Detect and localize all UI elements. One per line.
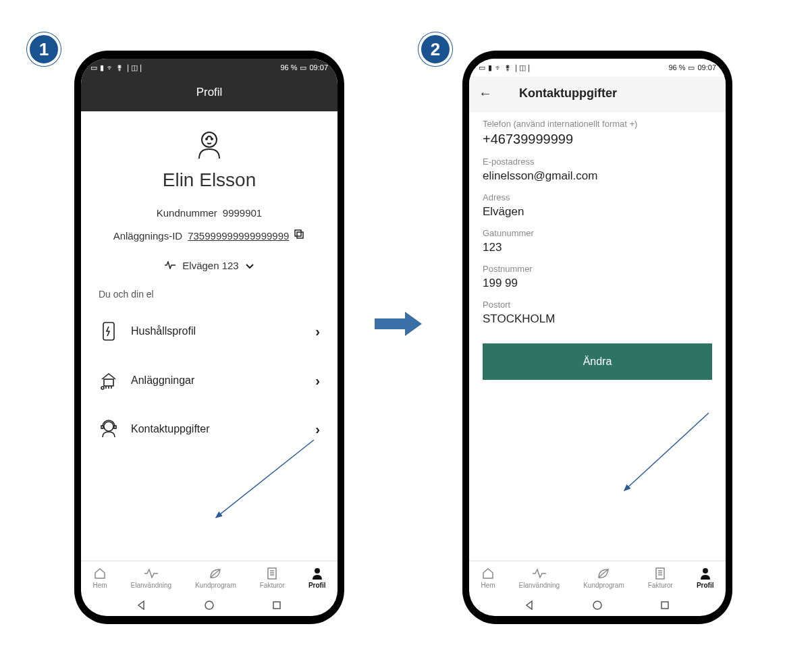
nav-program[interactable]: Kundprogram <box>195 567 236 589</box>
facility-id-value: 735999999999999999 <box>188 230 289 242</box>
svg-rect-5 <box>295 230 301 236</box>
receipt-icon <box>655 567 666 580</box>
battery-icon: ▭ <box>300 63 306 72</box>
svg-point-20 <box>593 601 601 609</box>
customer-number-label: Kundnummer <box>157 207 217 219</box>
nav-profile[interactable]: Profil <box>697 567 714 589</box>
menu-label: Kontaktuppgifter <box>131 423 303 435</box>
leaf-icon <box>597 567 610 580</box>
status-bar: ▭ ▮ ᯤ ⚵ ❘◫❘ 96 % ▭ 09:07 <box>81 59 338 76</box>
field-value: +46739999999 <box>483 132 712 147</box>
home-key[interactable] <box>591 598 604 612</box>
page-title: Profil <box>196 86 223 99</box>
step-badge-2: 2 <box>418 32 452 66</box>
svg-rect-21 <box>662 602 668 609</box>
field-label: Adress <box>483 192 712 202</box>
customer-number-row: Kundnummer 9999901 <box>157 207 262 219</box>
battery-percent: 96 % <box>668 63 685 72</box>
svg-point-13 <box>315 568 320 573</box>
wifi-icon: ᯤ <box>495 63 502 72</box>
step-number: 2 <box>431 39 440 60</box>
svg-point-1 <box>202 132 217 147</box>
svg-point-14 <box>205 601 213 609</box>
signal-icon: ▮ <box>488 63 492 72</box>
field-postal: Postnummer 199 99 <box>483 264 712 290</box>
svg-rect-18 <box>656 568 664 579</box>
menu-label: Hushållsprofil <box>131 325 303 337</box>
facility-id-label: Anläggnings-ID <box>113 230 183 242</box>
menu-item-facilities[interactable]: Anläggningar › <box>92 356 327 405</box>
page-title: Kontaktuppgifter <box>519 86 617 101</box>
field-city: Postort STOCKHOLM <box>483 300 712 326</box>
menu-item-contact[interactable]: Kontaktuppgifter › <box>92 405 327 453</box>
recents-key[interactable] <box>658 598 672 612</box>
battery-percent: 96 % <box>280 63 297 72</box>
step-badge-1: 1 <box>27 32 61 66</box>
svg-point-19 <box>703 568 708 573</box>
back-key[interactable] <box>135 598 148 612</box>
field-phone: Telefon (använd internationellt format +… <box>483 119 712 147</box>
menu-item-household[interactable]: Hushållsprofil › <box>92 306 327 356</box>
field-label: Telefon (använd internationellt format +… <box>483 119 712 129</box>
chevron-down-icon <box>246 260 254 271</box>
edit-button[interactable]: Ändra <box>483 343 712 380</box>
nav-label: Fakturor <box>260 582 285 589</box>
bottom-nav: Hem Elanvändning Kundprogram Fakturor Pr… <box>81 561 338 592</box>
clock: 09:07 <box>697 63 716 72</box>
nav-program[interactable]: Kundprogram <box>583 567 624 589</box>
home-icon <box>482 567 494 580</box>
phone-charge-icon <box>99 321 119 341</box>
vibrate-icon: ❘◫❘ <box>513 63 532 72</box>
step-number: 1 <box>39 39 49 60</box>
phone-mockup-1: ▭ ▮ ᯤ ⚵ ❘◫❘ 96 % ▭ 09:07 Profil <box>74 51 344 624</box>
nav-usage[interactable]: Elanvändning <box>519 567 560 589</box>
nav-label: Kundprogram <box>583 582 624 589</box>
recents-key[interactable] <box>270 598 284 612</box>
nav-label: Hem <box>481 582 495 589</box>
status-bar: ▭ ▮ ᯤ ⚵ ❘◫❘ 96 % ▭ 09:07 <box>469 59 726 76</box>
house-icon <box>99 371 119 390</box>
pulse-icon <box>533 567 546 580</box>
field-value: 199 99 <box>483 277 712 290</box>
svg-rect-7 <box>104 379 113 386</box>
field-streetno: Gatunummer 123 <box>483 228 712 254</box>
button-label: Ändra <box>583 356 612 367</box>
svg-rect-10 <box>101 426 103 428</box>
nav-label: Profil <box>308 582 326 589</box>
nav-home[interactable]: Hem <box>481 567 495 589</box>
address-selector[interactable]: Elvägen 123 <box>165 260 253 271</box>
svg-rect-4 <box>297 232 303 238</box>
flow-arrow-icon <box>375 310 422 337</box>
field-email: E-postadress elinelsson@gmail.com <box>483 157 712 183</box>
vibrate-icon: ❘◫❘ <box>125 63 144 72</box>
home-icon <box>94 567 106 580</box>
person-icon <box>700 567 711 580</box>
nav-invoices[interactable]: Fakturor <box>260 567 285 589</box>
nav-home[interactable]: Hem <box>92 567 107 589</box>
app-header: ← Kontaktuppgifter <box>469 76 726 112</box>
svg-marker-0 <box>375 312 422 336</box>
field-label: Gatunummer <box>483 228 712 238</box>
signal-icon: ▮ <box>100 63 104 72</box>
volte-icon: ▭ <box>90 63 97 72</box>
svg-rect-15 <box>273 602 280 609</box>
nav-invoices[interactable]: Fakturor <box>648 567 673 589</box>
svg-rect-11 <box>114 426 116 428</box>
nav-label: Kundprogram <box>195 582 236 589</box>
back-button[interactable]: ← <box>479 86 492 101</box>
nav-label: Elanvändning <box>131 582 172 589</box>
bottom-nav: Hem Elanvändning Kundprogram Fakturor Pr… <box>469 561 726 592</box>
copy-icon[interactable] <box>294 229 305 242</box>
person-headset-icon <box>99 420 119 439</box>
nav-profile[interactable]: Profil <box>308 567 326 589</box>
nav-label: Hem <box>92 582 107 589</box>
nav-usage[interactable]: Elanvändning <box>131 567 172 589</box>
pulse-icon <box>144 567 158 580</box>
volte-icon: ▭ <box>479 63 485 72</box>
address-text: Elvägen 123 <box>182 260 238 271</box>
home-key[interactable] <box>202 598 216 612</box>
svg-point-3 <box>211 138 213 140</box>
back-key[interactable] <box>523 598 537 612</box>
leaf-icon <box>209 567 222 580</box>
pulse-icon <box>165 260 176 271</box>
